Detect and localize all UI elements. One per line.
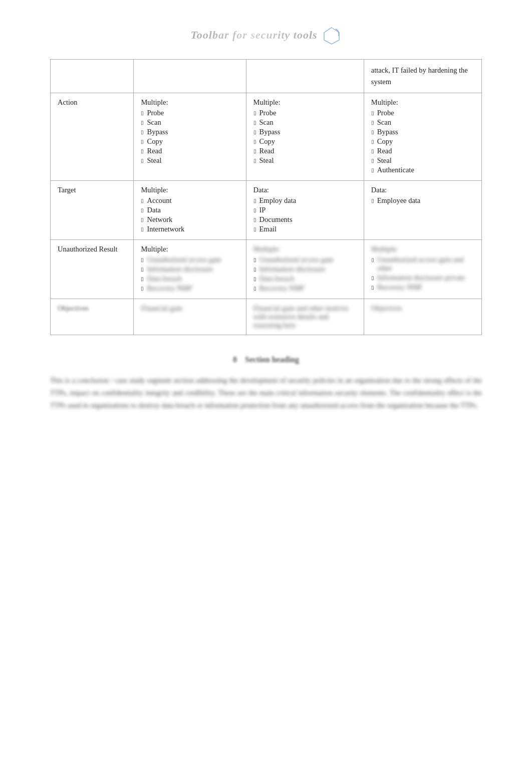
list-item: Internetwork	[141, 225, 238, 233]
list-item: Data breach	[253, 275, 357, 283]
header-logo: Toolbar for security tools	[50, 20, 482, 50]
list-item: Bypass	[141, 128, 238, 136]
objectives-col3: Objectives	[364, 299, 481, 335]
action-col1-list: Probe Scan Bypass Copy Read Steal	[141, 109, 238, 165]
unauthorized-col2: Multiple: Unauthorized access gain Infor…	[246, 240, 364, 299]
list-item: Unauthorized access gain	[141, 255, 238, 264]
table-header-row: attack, IT failed by hardening the syste…	[51, 60, 482, 93]
action-label: Action	[51, 93, 134, 181]
unauthorized-col1-prefix: Multiple:	[141, 245, 168, 253]
list-item: Authenticate	[371, 166, 474, 174]
list-item: Unauthorized access gain and other	[371, 255, 474, 273]
unauthorized-col3: Multiple: Unauthorized access gain and o…	[364, 240, 481, 299]
list-item: Employee data	[371, 196, 474, 205]
unauthorized-label: Unauthorized Result	[51, 240, 134, 299]
objectives-col1: Financial gain	[134, 299, 246, 335]
action-col2-list: Probe Scan Bypass Copy Read Steal	[253, 109, 357, 165]
list-item: Unauthorized access gain	[253, 255, 357, 264]
list-item: Bypass	[253, 128, 357, 136]
list-item: Documents	[253, 215, 357, 224]
target-col1: Multiple: Account Data Network Internetw…	[134, 181, 246, 240]
list-item: Probe	[141, 109, 238, 117]
list-item: Steal	[253, 156, 357, 165]
list-item: Information disclosure private	[371, 274, 474, 282]
target-col2-list: Employ data IP Documents Email	[253, 196, 357, 233]
objectives-label: Objectives	[51, 299, 134, 335]
table-row-unauthorized: Unauthorized Result Multiple: Unauthoriz…	[51, 240, 482, 299]
logo-text: Toolbar for security tools	[190, 29, 317, 42]
target-label: Target	[51, 181, 134, 240]
list-item: Scan	[253, 118, 357, 127]
list-item: Read	[253, 147, 357, 155]
list-item: Network	[141, 215, 238, 224]
unauthorized-col1-list: Unauthorized access gain Information dis…	[141, 255, 238, 293]
list-item: Email	[253, 225, 357, 233]
table-row-objectives: Objectives Financial gain Financial gain…	[51, 299, 482, 335]
list-item: Information disclosure	[253, 265, 357, 274]
list-item: Data breach	[141, 275, 238, 283]
target-col2-prefix: Data:	[253, 186, 269, 194]
list-item: Steal	[371, 156, 474, 165]
list-item: Bypass	[371, 128, 474, 136]
unauthorized-col2-list: Unauthorized access gain Information dis…	[253, 255, 357, 293]
objectives-col2: Financial gain and other motives with ex…	[246, 299, 364, 335]
unauthorized-col3-list: Unauthorized access gain and other Infor…	[371, 255, 474, 292]
list-item: IP	[253, 206, 357, 214]
list-item: Recovery NMF	[371, 283, 474, 292]
list-item: Recovery NMF	[141, 284, 238, 293]
body-paragraph-1: This is a conclusion / case study segmen…	[50, 374, 482, 411]
list-item: Data	[141, 206, 238, 214]
table-row-action: Action Multiple: Probe Scan Bypass Copy …	[51, 93, 482, 181]
list-item: Recovery NMF	[253, 284, 357, 293]
target-col3: Data: Employee data	[364, 181, 481, 240]
list-item: Account	[141, 196, 238, 205]
list-item: Copy	[371, 137, 474, 146]
action-col3-list: Probe Scan Bypass Copy Read Steal Authen…	[371, 109, 474, 174]
section-title: Section heading	[245, 355, 299, 364]
list-item: Copy	[253, 137, 357, 146]
target-col1-list: Account Data Network Internetwork	[141, 196, 238, 233]
action-col1: Multiple: Probe Scan Bypass Copy Read St…	[134, 93, 246, 181]
action-col2-prefix: Multiple:	[253, 98, 281, 106]
unauthorized-col1: Multiple: Unauthorized access gain Infor…	[134, 240, 246, 299]
list-item: Scan	[371, 118, 474, 127]
list-item: Read	[141, 147, 238, 155]
list-item: Scan	[141, 118, 238, 127]
main-table: attack, IT failed by hardening the syste…	[50, 59, 482, 335]
list-item: Employ data	[253, 196, 357, 205]
header-col-3: attack, IT failed by hardening the syste…	[364, 60, 481, 93]
action-col3-prefix: Multiple:	[371, 98, 398, 106]
action-col1-prefix: Multiple:	[141, 98, 168, 106]
unauthorized-col2-prefix: Multiple:	[253, 245, 281, 253]
header-col-0	[51, 60, 134, 93]
header-col-2	[246, 60, 364, 93]
target-col1-prefix: Multiple:	[141, 186, 168, 194]
unauthorized-col3-prefix: Multiple:	[371, 245, 398, 253]
list-item: Steal	[141, 156, 238, 165]
list-item: Information disclosure	[141, 265, 238, 274]
list-item: Copy	[141, 137, 238, 146]
list-item: Read	[371, 147, 474, 155]
section-number: 8	[233, 355, 237, 364]
header-col-1	[134, 60, 246, 93]
page-container: Toolbar for security tools attack, IT fa…	[0, 0, 532, 449]
section-heading: 8 Section heading	[50, 355, 482, 364]
list-item: Probe	[371, 109, 474, 117]
target-col3-prefix: Data:	[371, 186, 387, 194]
list-item: Probe	[253, 109, 357, 117]
table-row-target: Target Multiple: Account Data Network In…	[51, 181, 482, 240]
action-col3: Multiple: Probe Scan Bypass Copy Read St…	[364, 93, 481, 181]
action-col2: Multiple: Probe Scan Bypass Copy Read St…	[246, 93, 364, 181]
target-col3-list: Employee data	[371, 196, 474, 205]
target-col2: Data: Employ data IP Documents Email	[246, 181, 364, 240]
logo-icon	[322, 25, 342, 45]
